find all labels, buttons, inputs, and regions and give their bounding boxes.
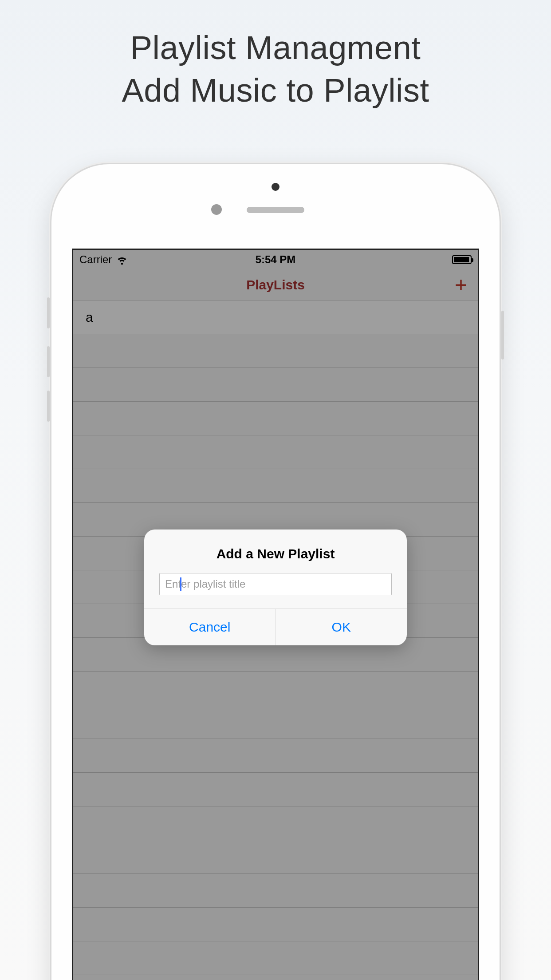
ok-button[interactable]: OK xyxy=(276,609,407,645)
new-playlist-alert: Add a New Playlist Cancel OK xyxy=(144,530,407,645)
alert-title: Add a New Playlist xyxy=(157,546,394,561)
cancel-button[interactable]: Cancel xyxy=(144,609,276,645)
sensor-dot xyxy=(272,183,279,191)
promo-line-1: Playlist Managment xyxy=(0,27,551,69)
promo-line-2: Add Music to Playlist xyxy=(0,69,551,112)
phone-screen: Carrier 5:54 PM PlayLists + a xyxy=(72,249,479,980)
promo-heading: Playlist Managment Add Music to Playlist xyxy=(0,0,551,112)
phone-frame: Carrier 5:54 PM PlayLists + a xyxy=(51,164,500,980)
text-caret xyxy=(180,577,181,591)
speaker-grille xyxy=(247,207,304,213)
front-camera xyxy=(211,204,222,215)
playlist-title-input[interactable] xyxy=(159,573,392,595)
